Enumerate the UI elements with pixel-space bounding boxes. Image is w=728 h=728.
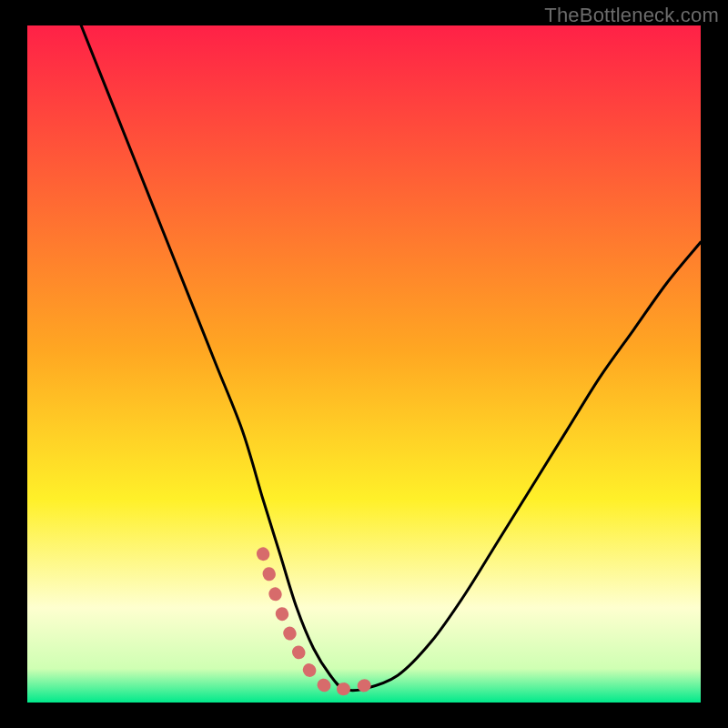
gradient-background (27, 25, 701, 703)
chart-frame: TheBottleneck.com (0, 0, 728, 728)
bottleneck-chart (27, 25, 701, 703)
plot-area (27, 25, 701, 703)
watermark-text: TheBottleneck.com (544, 4, 719, 27)
